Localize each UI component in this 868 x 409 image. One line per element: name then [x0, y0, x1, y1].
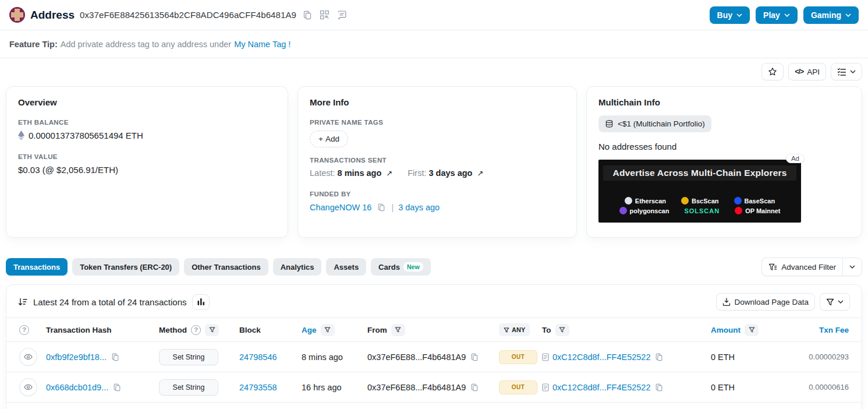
copy-funder-icon[interactable]: [376, 202, 387, 213]
api-button[interactable]: </> API: [788, 63, 826, 80]
first-label: First:: [408, 168, 426, 178]
latest-label: Latest:: [310, 168, 335, 178]
download-page-data-button[interactable]: Download Page Data: [716, 293, 815, 311]
copy-from-address-icon[interactable]: [469, 382, 480, 393]
funnel-icon: [749, 327, 755, 333]
col-from: From: [367, 324, 499, 336]
eye-icon: [24, 384, 33, 390]
multichain-info-card: Multichain Info <$1 (Multichain Portfoli…: [586, 86, 862, 238]
latest-external-link-icon[interactable]: ↗: [386, 169, 392, 178]
advanced-filter-button: Advanced Filter: [761, 258, 862, 276]
copy-tx-hash-icon[interactable]: [110, 352, 121, 362]
gaming-menu-button[interactable]: Gaming: [803, 6, 859, 24]
tx-hash-link[interactable]: 0x668dcb01d9...: [46, 383, 108, 392]
tabs-row: Transactions Token Transfers (ERC-20) Ot…: [0, 238, 868, 284]
tab-transactions[interactable]: Transactions: [6, 258, 68, 276]
etherscan-logo: Etherscan: [625, 197, 666, 204]
ad-banner[interactable]: Advertise Across Multi-Chain Explorers E…: [598, 160, 801, 223]
amount-filter-button[interactable]: [745, 324, 759, 336]
polygonscan-logo: polygonscan: [619, 207, 669, 214]
age-cell: 16 hrs ago: [302, 383, 367, 392]
funnel-icon: [209, 327, 215, 333]
transactions-sent-line: Latest: 8 mins ago ↗ First: 3 days ago ↗: [310, 168, 565, 178]
funnel-icon: [559, 327, 565, 333]
col-txn-fee: Txn Fee: [798, 326, 849, 334]
tx-preview-eye-button[interactable]: [19, 348, 37, 366]
funnel-icon: [395, 327, 401, 333]
to-filter-button[interactable]: [555, 324, 569, 336]
method-help-icon[interactable]: ?: [191, 325, 201, 335]
block-link[interactable]: 24798546: [239, 352, 277, 362]
col-block: Block: [239, 326, 302, 334]
copy-to-address-icon[interactable]: [654, 382, 664, 393]
eth-balance-value-line: 0.000013737805651494 ETH: [18, 131, 276, 140]
block-link[interactable]: 24793558: [239, 383, 277, 392]
favorite-star-button[interactable]: [761, 63, 784, 80]
funded-age-link[interactable]: 3 days ago: [398, 203, 440, 212]
bar-chart-icon: [197, 298, 205, 305]
qr-code-icon[interactable]: [318, 9, 331, 21]
tx-preview-eye-button[interactable]: [19, 378, 37, 396]
my-name-tag-link[interactable]: My Name Tag !: [234, 40, 290, 49]
tab-cards[interactable]: Cards New: [371, 258, 430, 276]
op-mainnet-logo-icon: [735, 207, 742, 214]
amount-sort-link[interactable]: Amount: [711, 326, 741, 334]
multichain-portfolio-label: <$1 (Multichain Portfolio): [618, 119, 705, 128]
table-filter-dropdown-button[interactable]: [820, 293, 850, 311]
txn-fee-sort-link[interactable]: Txn Fee: [819, 326, 849, 334]
chevron-down-icon: [736, 13, 742, 17]
contract-document-icon: [542, 383, 549, 392]
from-filter-button[interactable]: [391, 324, 405, 336]
coin-stack-icon: [605, 120, 614, 128]
funded-by-link[interactable]: ChangeNOW 16: [310, 203, 371, 212]
help-icon[interactable]: ?: [19, 325, 29, 335]
address-identicon-avatar: [9, 7, 25, 23]
first-external-link-icon[interactable]: ↗: [477, 169, 483, 178]
copy-to-address-icon[interactable]: [654, 352, 664, 362]
no-addresses-text: No addresses found: [598, 142, 850, 151]
table-toolbar: Latest 24 from a total of 24 transaction…: [6, 285, 862, 318]
advanced-filter-main[interactable]: Advanced Filter: [762, 258, 842, 276]
tab-assets[interactable]: Assets: [326, 258, 366, 276]
tab-token-transfers[interactable]: Token Transfers (ERC-20): [72, 258, 179, 276]
to-address-link[interactable]: 0xC12C8d8f...FF4E52522: [552, 352, 650, 362]
tx-hash-link[interactable]: 0xfb9f2e9bf18...: [46, 352, 107, 362]
feature-tip-text: Add private address tag to any address u…: [61, 40, 231, 49]
copy-from-address-icon[interactable]: [469, 352, 480, 362]
to-address-link[interactable]: 0xC12C8d8f...FF4E52522: [552, 383, 650, 392]
play-menu-label: Play: [763, 10, 780, 20]
overview-title: Overview: [18, 97, 276, 107]
new-badge: New: [403, 262, 423, 272]
copy-address-icon[interactable]: [302, 9, 313, 21]
multichain-portfolio-badge[interactable]: <$1 (Multichain Portfolio): [598, 115, 711, 132]
more-info-title: More Info: [310, 97, 565, 107]
age-sort-link[interactable]: Age: [302, 326, 317, 334]
chart-view-button[interactable]: [192, 294, 210, 310]
add-name-tag-button[interactable]: + Add: [310, 131, 348, 147]
chevron-down-icon: [784, 13, 790, 17]
comment-icon[interactable]: [336, 9, 348, 21]
transactions-table-card: Latest 24 from a total of 24 transaction…: [6, 284, 862, 409]
multichain-title: Multichain Info: [598, 97, 850, 107]
buy-menu-button[interactable]: Buy: [710, 6, 750, 24]
download-page-data-label: Download Page Data: [734, 298, 809, 306]
bscscan-logo-icon: [681, 197, 689, 204]
age-filter-button[interactable]: [321, 324, 335, 336]
tab-other-transactions[interactable]: Other Transactions: [184, 258, 268, 276]
eth-balance-value: 0.000013737805651494 ETH: [29, 131, 143, 140]
method-filter-button[interactable]: [205, 324, 219, 336]
more-options-button[interactable]: [831, 63, 862, 80]
code-icon: </>: [795, 68, 803, 76]
add-name-tag-label: Add: [325, 135, 339, 143]
play-menu-button[interactable]: Play: [756, 6, 798, 24]
tab-analytics[interactable]: Analytics: [273, 258, 322, 276]
funnel-icon: [504, 327, 509, 333]
direction-any-filter-button[interactable]: ANY: [499, 323, 530, 336]
checklist-icon: [837, 68, 846, 76]
contract-document-icon: [542, 353, 549, 361]
method-badge[interactable]: Set String: [159, 349, 218, 365]
copy-tx-hash-icon[interactable]: [112, 382, 122, 393]
funnel-list-icon: [768, 263, 777, 271]
advanced-filter-dropdown[interactable]: [842, 258, 862, 276]
method-badge[interactable]: Set String: [159, 379, 218, 396]
